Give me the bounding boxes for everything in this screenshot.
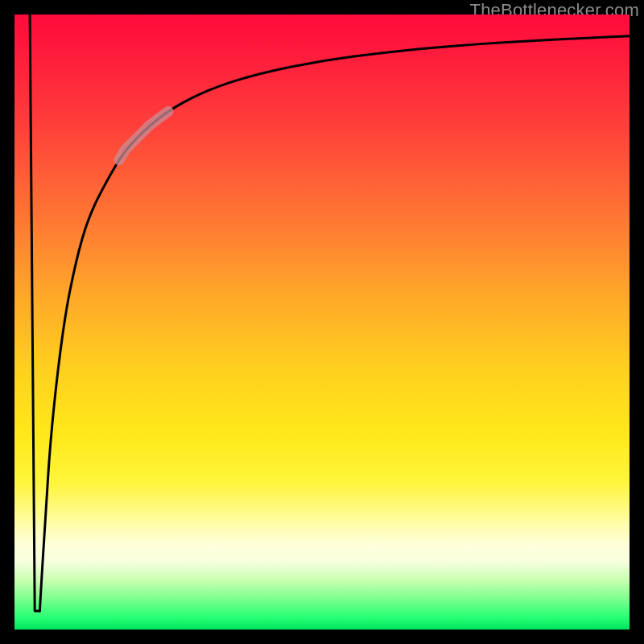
- plot-area: [14, 14, 630, 630]
- spike-line: [30, 14, 39, 611]
- curves-svg: [14, 14, 630, 630]
- chart-frame: TheBottlenecker.com: [0, 0, 644, 644]
- highlight-segment: [119, 111, 168, 159]
- curve-group: [30, 14, 630, 611]
- growth-line: [39, 36, 630, 611]
